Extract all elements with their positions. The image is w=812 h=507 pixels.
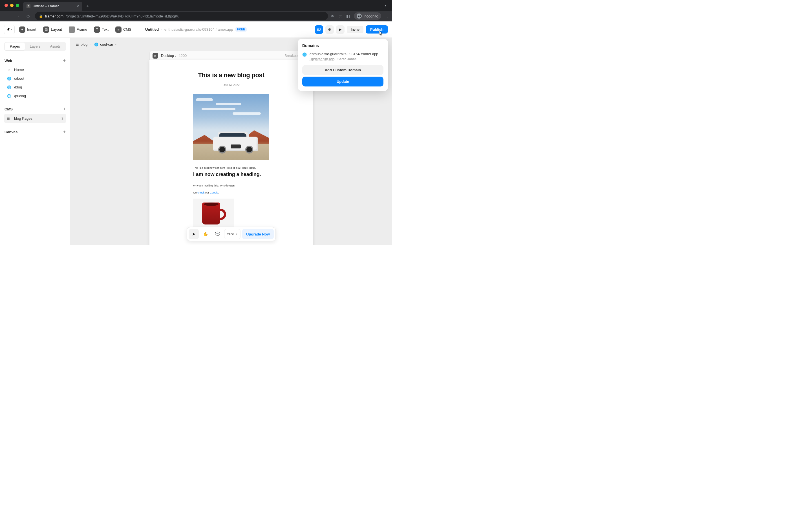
preview-button[interactable]: ▶ [336, 25, 345, 34]
tab-title: Untitled – Framer [33, 4, 59, 8]
address-bar[interactable]: 🔒 framer.com/projects/Untitled--mZ98oDWa… [35, 12, 328, 20]
settings-button[interactable]: ⚙ [325, 25, 334, 34]
panel-icon[interactable]: ◧ [346, 14, 350, 18]
framer-logo-icon [6, 27, 10, 32]
globe-icon: 🌐 [7, 76, 11, 80]
cms-icon: ≡ [115, 26, 121, 33]
close-tab-icon[interactable]: × [77, 4, 79, 8]
cms-label: CMS [123, 27, 132, 32]
layout-button[interactable]: ▤ Layout [41, 25, 64, 34]
globe-icon: 🌐 [302, 52, 307, 57]
sidebar-item-pricing[interactable]: 🌐 /pricing [4, 92, 66, 100]
text-button[interactable]: T Text [92, 25, 111, 34]
lock-icon: 🔒 [39, 14, 43, 18]
kebab-menu-icon[interactable]: ⋮ [385, 14, 389, 18]
paragraph: Go check out Google. [193, 191, 269, 194]
device-label: Desktop [161, 54, 174, 58]
user-avatar[interactable]: SJ [315, 25, 323, 34]
add-page-button[interactable]: + [63, 58, 66, 63]
favicon-icon: F [27, 4, 31, 8]
publish-button[interactable]: Publish [366, 25, 388, 34]
frame-button[interactable]: Frame [66, 25, 90, 34]
forward-button[interactable]: → [13, 13, 21, 18]
page-date: Dec 13, 2022 [149, 83, 313, 87]
framer-menu-button[interactable]: ▾ [4, 25, 15, 34]
url-path: /projects/Untitled--mZ98oDWaPJyDRgKHm9n8… [66, 14, 179, 18]
upgrade-button[interactable]: Upgrade Now [242, 229, 274, 239]
tabs-overflow-icon[interactable]: ▾ [385, 3, 390, 7]
url-host: framer.com [45, 14, 63, 18]
back-button[interactable]: ← [3, 13, 11, 18]
hand-tool[interactable]: ✋ [200, 229, 211, 239]
breadcrumb-current[interactable]: 🌐 cool-car ▾ [94, 42, 116, 47]
sidebar-item-blog-pages[interactable]: ☰ blog Pages 3 [4, 114, 66, 123]
comment-icon: 💬 [215, 231, 220, 237]
separator: · [336, 57, 338, 61]
comment-tool[interactable]: 💬 [212, 229, 222, 239]
add-cms-button[interactable]: + [63, 107, 66, 112]
cms-item-count: 3 [61, 117, 63, 121]
insert-button[interactable]: + Insert [17, 25, 39, 34]
page-label: /about [14, 76, 24, 80]
reload-button[interactable]: ⟳ [24, 13, 32, 19]
update-publish-button[interactable]: Update [302, 76, 384, 87]
frame-header: ▶ Desktop ▾ 1200 Breakpoint + [149, 51, 313, 60]
frame-width: 1200 [179, 54, 187, 58]
invite-button[interactable]: Invite [347, 25, 363, 33]
cms-item-label: blog Pages [14, 116, 33, 121]
breadcrumb-root-label: blog [81, 42, 88, 47]
chevron-right-icon: › [91, 43, 92, 46]
breadcrumb-current-label: cool-car [100, 42, 113, 47]
page-label: /blog [14, 85, 22, 89]
tab-pages[interactable]: Pages [5, 43, 25, 50]
cursor-icon: ➤ [192, 231, 196, 237]
incognito-badge[interactable]: 🕶 Incognito [354, 12, 381, 20]
link-google[interactable]: Google [210, 191, 218, 194]
breadcrumb-root[interactable]: ☰ blog [75, 42, 88, 47]
zoom-value: 50% [227, 232, 234, 236]
close-window-icon[interactable] [4, 4, 8, 7]
incognito-icon: 🕶 [357, 13, 362, 18]
stack-icon: ☰ [75, 42, 79, 47]
sidebar-item-blog[interactable]: 🌐 /blog [4, 83, 66, 92]
gear-icon: ⚙ [328, 27, 331, 32]
browser-tab[interactable]: F Untitled – Framer × [23, 2, 82, 11]
tab-assets[interactable]: Assets [45, 43, 65, 50]
project-title-area[interactable]: Untitled · enthusiastic-guardrails-09316… [145, 27, 247, 32]
updated-time[interactable]: Updated 9m ago [310, 57, 335, 61]
window-controls[interactable] [2, 4, 21, 7]
domain-name[interactable]: enthusiastic-guardrails-093164.framer.ap… [310, 52, 378, 56]
paragraph: Why am I writing this? Who knows. [193, 184, 269, 187]
device-selector[interactable]: Desktop ▾ [161, 54, 176, 58]
chevron-down-icon: ▾ [115, 43, 117, 46]
canvas-frame[interactable]: This is a new blog post Dec 13, 2022 [149, 60, 313, 245]
stack-icon: ☰ [7, 117, 11, 121]
text-icon: T [94, 26, 100, 33]
chevron-down-icon: ▾ [11, 28, 12, 31]
globe-icon: 🌐 [94, 43, 98, 47]
canvas-toolbar: ➤ ✋ 💬 50% ▾ Upgrade Now [187, 227, 276, 241]
page-heading: I am now creating a heading. [193, 172, 269, 177]
new-tab-button[interactable]: + [84, 3, 92, 9]
hand-icon: ✋ [203, 231, 208, 237]
plus-icon: + [19, 26, 26, 33]
eye-off-icon[interactable]: 👁 [331, 14, 335, 18]
add-canvas-button[interactable]: + [63, 129, 66, 134]
link-check[interactable]: check [197, 191, 204, 194]
mug-image [193, 199, 234, 230]
minimize-window-icon[interactable] [10, 4, 13, 7]
sidebar-item-home[interactable]: ⌂ Home [4, 65, 66, 74]
sidebar-item-about[interactable]: 🌐 /about [4, 74, 66, 83]
bookmark-icon[interactable]: ☆ [339, 14, 342, 18]
popover-title: Domains [302, 43, 384, 48]
preview-frame-button[interactable]: ▶ [153, 53, 158, 59]
publish-popover: Domains 🌐 enthusiastic-guardrails-093164… [298, 39, 388, 91]
frame-label: Frame [77, 27, 87, 32]
add-custom-domain-button[interactable]: Add Custom Domain [302, 65, 384, 75]
zoom-selector[interactable]: 50% ▾ [224, 229, 241, 239]
tab-layers[interactable]: Layers [25, 43, 45, 50]
maximize-window-icon[interactable] [16, 4, 19, 7]
select-tool[interactable]: ➤ [189, 229, 199, 239]
cms-button[interactable]: ≡ CMS [113, 25, 134, 34]
image-caption: This is a cool new car from Fjord. It is… [193, 166, 269, 170]
